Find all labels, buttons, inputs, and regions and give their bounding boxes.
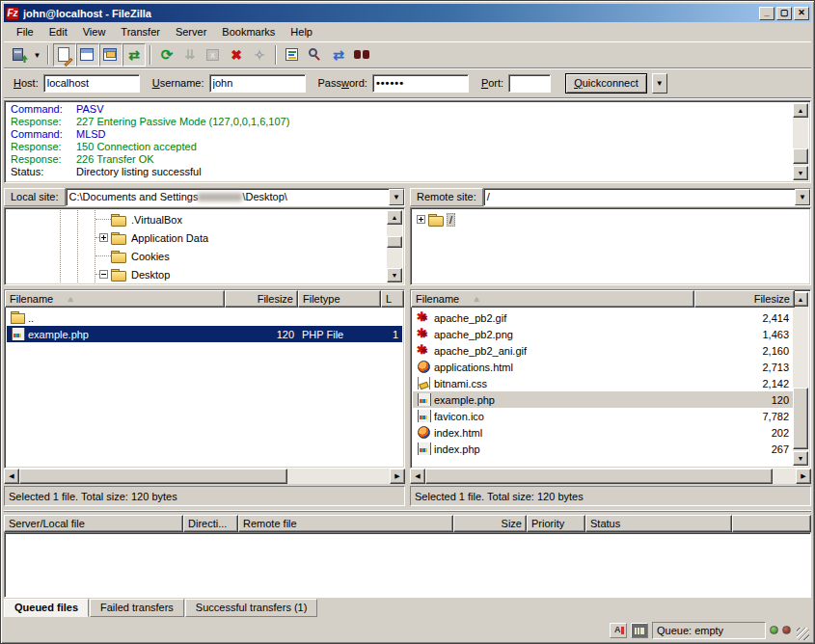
remote-list-scrollbar[interactable]: ▲ ▼	[793, 292, 808, 466]
file-row[interactable]: apache_pb2.png1,463	[413, 326, 793, 342]
password-input[interactable]	[372, 74, 469, 93]
menu-view[interactable]: View	[76, 24, 113, 40]
scroll-left-icon[interactable]: ◀	[4, 469, 19, 484]
find-files-button[interactable]	[350, 43, 373, 67]
file-row-selected[interactable]: example.php120	[413, 391, 793, 408]
scroll-up-icon[interactable]: ▲	[387, 210, 402, 225]
local-tree-scrollbar[interactable]: ▲ ▼	[387, 210, 402, 282]
file-row[interactable]: apache_pb2.gif2,414	[413, 309, 793, 326]
username-input[interactable]	[209, 74, 306, 93]
apache-feather-icon	[417, 311, 431, 324]
expand-plus-icon[interactable]	[99, 233, 108, 242]
scroll-right-icon[interactable]: ▶	[796, 469, 811, 484]
scroll-down-icon[interactable]: ▼	[793, 451, 808, 466]
tree-item[interactable]: .VirtualBox	[7, 210, 402, 228]
tree-item-root[interactable]: /	[413, 210, 808, 228]
queue-column-size[interactable]: Size	[453, 515, 527, 532]
host-input[interactable]	[43, 74, 140, 93]
username-label: Username:	[152, 77, 204, 89]
file-row-selected[interactable]: example.php 120 PHP File 1	[7, 326, 402, 342]
file-row[interactable]: apache_pb2_ani.gif2,160	[413, 342, 793, 359]
remote-hscrollbar[interactable]: ◀ ▶	[410, 469, 811, 484]
queue-column-priority[interactable]: Priority	[527, 515, 585, 532]
column-header-filesize[interactable]: Filesize	[225, 290, 298, 308]
remote-site-combo[interactable]: / ▼	[483, 188, 811, 206]
port-input[interactable]	[508, 74, 551, 93]
binoculars-icon	[353, 46, 370, 64]
cancel-operation-button[interactable]: x	[202, 43, 225, 67]
disconnect-button[interactable]: ✖	[225, 43, 248, 67]
menu-help[interactable]: Help	[284, 24, 319, 40]
site-manager-button[interactable]	[8, 43, 31, 67]
scroll-thumb[interactable]	[793, 148, 808, 164]
queue-column-direction[interactable]: Directi...	[183, 515, 238, 532]
file-row[interactable]: favicon.ico7,782	[413, 408, 793, 424]
toggle-local-tree-button[interactable]	[76, 43, 99, 67]
queue-list-area[interactable]	[4, 532, 811, 598]
menu-transfer[interactable]: Transfer	[114, 24, 167, 40]
maximize-button[interactable]: ▢	[776, 7, 792, 20]
tree-item[interactable]: Cookies	[7, 247, 402, 265]
directory-comparison-button[interactable]	[304, 43, 327, 67]
filter-button[interactable]	[281, 43, 304, 67]
expand-minus-icon[interactable]	[99, 270, 108, 279]
local-site-combo[interactable]: C:\Documents and Settings\Desktop\ ▼	[66, 188, 405, 206]
tab-queued-files[interactable]: Queued files	[4, 599, 89, 617]
tab-successful-transfers[interactable]: Successful transfers (1)	[185, 599, 318, 617]
scroll-up-icon[interactable]: ▲	[793, 292, 808, 307]
column-header-filename[interactable]: Filename▲	[5, 290, 225, 308]
scroll-up-icon[interactable]: ▲	[793, 103, 808, 118]
local-hscrollbar[interactable]: ◀ ▶	[4, 469, 405, 484]
scroll-right-icon[interactable]: ▶	[390, 469, 405, 484]
queue-column-remotefile[interactable]: Remote file	[238, 515, 453, 532]
expand-plus-icon[interactable]	[417, 215, 425, 224]
resize-grip[interactable]	[797, 628, 809, 640]
file-row-parent[interactable]: ..	[7, 309, 402, 326]
log-scrollbar[interactable]: ▲ ▼	[793, 103, 808, 180]
scroll-down-icon[interactable]: ▼	[387, 268, 402, 282]
minimize-button[interactable]: _	[759, 7, 774, 20]
column-header-filename[interactable]: Filename▲	[411, 290, 694, 308]
scroll-down-icon[interactable]: ▼	[793, 166, 808, 180]
title-bar[interactable]: Fz john@localhost - FileZilla _ ▢ ✕	[4, 4, 811, 22]
scroll-thumb[interactable]	[19, 469, 287, 484]
close-button[interactable]: ✕	[794, 7, 809, 20]
transfer-type-indicator-icon[interactable]	[610, 623, 627, 638]
synchronized-browsing-button[interactable]: ⇄	[327, 43, 350, 67]
file-row[interactable]: index.html202	[413, 424, 793, 441]
site-manager-dropdown[interactable]: ▼	[31, 43, 43, 67]
toggle-message-log-button[interactable]	[53, 43, 76, 67]
scroll-thumb[interactable]	[793, 388, 808, 449]
toggle-remote-tree-button[interactable]	[99, 43, 122, 67]
column-header-filetype[interactable]: Filetype	[298, 290, 381, 308]
scroll-left-icon[interactable]: ◀	[410, 469, 425, 484]
menu-bookmarks[interactable]: Bookmarks	[215, 24, 282, 40]
reconnect-button[interactable]: ✧	[248, 43, 271, 67]
toggle-transfer-queue-button[interactable]: ⇄	[122, 43, 146, 67]
php-file-icon	[11, 328, 25, 340]
refresh-button[interactable]: ⟳	[155, 43, 178, 67]
file-row[interactable]: bitnami.css2,142	[413, 375, 793, 391]
encryption-indicator-icon[interactable]	[631, 623, 648, 638]
process-queue-button[interactable]: ⇊	[178, 43, 202, 67]
tree-item[interactable]: Application Data	[7, 228, 402, 247]
column-header-filesize[interactable]: Filesize	[694, 290, 795, 308]
menu-edit[interactable]: Edit	[42, 24, 74, 40]
menu-server[interactable]: Server	[169, 24, 213, 40]
remote-tree: /	[410, 207, 811, 285]
file-row[interactable]: index.php267	[413, 441, 793, 457]
quickconnect-dropdown[interactable]: ▼	[652, 73, 667, 94]
queue-column-serverlocal[interactable]: Server/Local file	[4, 515, 183, 532]
scroll-thumb[interactable]	[425, 469, 773, 484]
menu-file[interactable]: File	[10, 24, 41, 40]
column-header-lastmodified[interactable]: L	[381, 290, 404, 308]
chevron-down-icon[interactable]: ▼	[389, 189, 404, 205]
chevron-down-icon[interactable]: ▼	[795, 189, 810, 205]
tree-item[interactable]: Desktop	[7, 265, 402, 283]
quickconnect-button[interactable]: Quickconnect	[565, 73, 647, 94]
file-row[interactable]: applications.html2,713	[413, 359, 793, 375]
tab-failed-transfers[interactable]: Failed transfers	[90, 599, 184, 617]
scroll-thumb[interactable]	[387, 236, 402, 248]
css-file-icon	[417, 377, 431, 389]
queue-column-status[interactable]: Status	[585, 515, 732, 532]
